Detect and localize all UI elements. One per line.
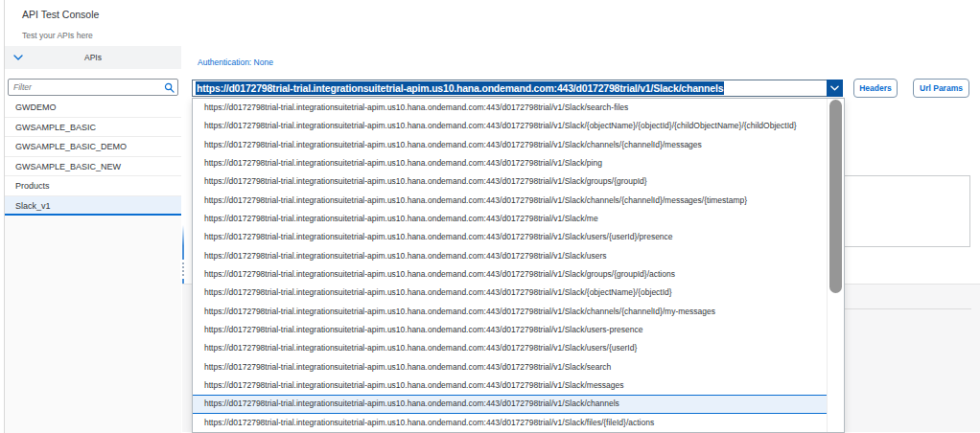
sidebar-item-gwdemo[interactable]: GWDEMO bbox=[5, 98, 181, 118]
chevron-down-icon bbox=[830, 85, 839, 91]
url-input-selected-text: https://d0172798trial-trial.integrations… bbox=[196, 81, 724, 95]
sidebar-item-gwsample_basic_demo[interactable]: GWSAMPLE_BASIC_DEMO bbox=[5, 137, 181, 157]
headers-button[interactable]: Headers bbox=[853, 79, 898, 98]
url-dropdown-list: https://d0172798trial-trial.integrations… bbox=[193, 99, 828, 432]
filter-input[interactable] bbox=[8, 79, 178, 96]
dropdown-option[interactable]: https://d0172798trial-trial.integrations… bbox=[193, 321, 828, 339]
dropdown-option[interactable]: https://d0172798trial-trial.integrations… bbox=[193, 303, 828, 321]
dropdown-option[interactable]: https://d0172798trial-trial.integrations… bbox=[193, 228, 828, 246]
sidebar-header: APIs bbox=[5, 46, 181, 69]
dropdown-option[interactable]: https://d0172798trial-trial.integrations… bbox=[193, 265, 828, 284]
dropdown-option[interactable]: https://d0172798trial-trial.integrations… bbox=[193, 339, 828, 357]
url-dropdown: https://d0172798trial-trial.integrations… bbox=[192, 98, 845, 433]
dropdown-option[interactable]: https://d0172798trial-trial.integrations… bbox=[193, 192, 828, 210]
dropdown-option[interactable]: https://d0172798trial-trial.integrations… bbox=[193, 117, 828, 135]
dropdown-option[interactable]: https://d0172798trial-trial.integrations… bbox=[193, 210, 828, 228]
sidebar-title: APIs bbox=[5, 46, 181, 69]
dropdown-option[interactable]: https://d0172798trial-trial.integrations… bbox=[193, 172, 828, 191]
url-combobox-input[interactable]: https://d0172798trial-trial.integrations… bbox=[192, 80, 843, 97]
sidebar-item-gwsample_basic[interactable]: GWSAMPLE_BASIC bbox=[5, 118, 181, 138]
dropdown-option[interactable]: https://d0172798trial-trial.integrations… bbox=[193, 99, 828, 117]
splitter-grip-icon[interactable] bbox=[180, 260, 186, 279]
page-subtitle: Test your APIs here bbox=[22, 31, 93, 40]
dropdown-scrollbar-track[interactable] bbox=[827, 99, 844, 432]
dropdown-scrollbar-thumb[interactable] bbox=[829, 100, 842, 293]
dropdown-option-selected[interactable]: https://d0172798trial-trial.integrations… bbox=[193, 395, 828, 413]
dropdown-option[interactable]: https://d0172798trial-trial.integrations… bbox=[193, 136, 828, 154]
authentication-link[interactable]: Authentication: None bbox=[198, 57, 273, 67]
sidebar-panel: APIs GWDEMOGWSAMPLE_BASICGWSAMPLE_BASIC_… bbox=[5, 46, 181, 433]
api-list: GWDEMOGWSAMPLE_BASICGWSAMPLE_BASIC_DEMOG… bbox=[5, 98, 181, 216]
sidebar-item-gwsample_basic_new[interactable]: GWSAMPLE_BASIC_NEW bbox=[5, 157, 181, 177]
dropdown-option[interactable]: https://d0172798trial-trial.integrations… bbox=[193, 376, 828, 395]
search-icon[interactable] bbox=[164, 82, 175, 93]
url-dropdown-toggle-button[interactable] bbox=[827, 80, 843, 97]
dropdown-option[interactable]: https://d0172798trial-trial.integrations… bbox=[193, 284, 828, 302]
page-title: API Test Console bbox=[22, 9, 99, 20]
dropdown-option[interactable]: https://d0172798trial-trial.integrations… bbox=[193, 247, 828, 265]
url-params-button[interactable]: Url Params bbox=[913, 79, 969, 98]
dropdown-option[interactable]: https://d0172798trial-trial.integrations… bbox=[193, 358, 828, 376]
sidebar-item-slack_v1[interactable]: Slack_v1 bbox=[5, 196, 181, 216]
sidebar-item-products[interactable]: Products bbox=[5, 176, 181, 196]
dropdown-option[interactable]: https://d0172798trial-trial.integrations… bbox=[193, 414, 828, 432]
dropdown-option[interactable]: https://d0172798trial-trial.integrations… bbox=[193, 154, 828, 172]
